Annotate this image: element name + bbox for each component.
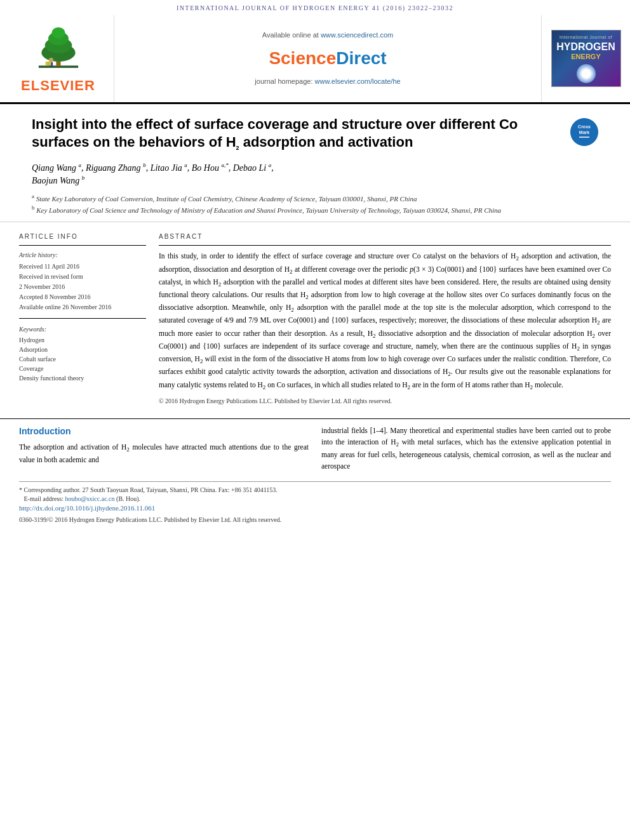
crossmark-icon: Cross Mark: [570, 118, 598, 146]
intro-left-col: Introduction The adsorption and activati…: [19, 425, 309, 472]
introduction-columns: Introduction The adsorption and activati…: [19, 425, 611, 472]
keywords-section: Keywords: Hydrogen Adsorption Cobalt sur…: [19, 325, 146, 383]
journal-homepage-link[interactable]: www.elsevier.com/locate/he: [315, 77, 401, 85]
email-line: E-mail address: houbo@sxicc.ac.cn (B. Ho…: [19, 495, 611, 503]
abstract-text: In this study, in order to identify the …: [159, 251, 611, 406]
author-qiang-wang: Qiang Wang a,: [32, 163, 83, 173]
article-history-label: Article history:: [19, 251, 146, 260]
article-header: Cross Mark Insight into the effect of su…: [0, 104, 630, 222]
journal-info-text: International Journal of Hydrogen Energy…: [177, 4, 453, 11]
svg-point-6: [48, 58, 53, 62]
introduction-section: Introduction The adsorption and activati…: [0, 418, 630, 531]
email-suffix: (B. Hou).: [116, 495, 140, 502]
abstract-section-header: ABSTRACT: [159, 232, 611, 241]
elsevier-branding: ELSEVIER: [0, 15, 114, 102]
doi-link[interactable]: http://dx.doi.org/10.1016/j.ijhydene.201…: [19, 504, 155, 512]
corresponding-author-note: * Corresponding author. 27 South Taoyuan…: [19, 486, 611, 495]
article-info-section-header: ARTICLE INFO: [19, 232, 146, 241]
journal-cover-area: International Journal of HYDROGEN ENERGY: [541, 15, 630, 102]
footnote-section: * Corresponding author. 27 South Taoyuan…: [19, 481, 611, 524]
keywords-label: Keywords:: [19, 325, 146, 334]
journal-header: ELSEVIER Available online at www.science…: [0, 15, 630, 104]
received-date: Received 11 April 2016: [19, 262, 146, 271]
keywords-divider: [19, 318, 146, 319]
keyword-hydrogen: Hydrogen: [19, 336, 146, 345]
author-baojun-wang: Baojun Wang b: [32, 176, 84, 185]
elsevier-tree-icon: [23, 22, 93, 72]
keyword-coverage: Coverage: [19, 364, 146, 373]
email-link[interactable]: houbo@sxicc.ac.cn: [65, 495, 114, 502]
intro-right-text: industrial fields [1–4]. Many theoretica…: [321, 425, 611, 472]
available-online-label: Available online at www.sciencedirect.co…: [262, 30, 393, 40]
sciencedirect-link[interactable]: www.sciencedirect.com: [321, 31, 393, 39]
journal-cover-intl: International Journal of: [560, 34, 612, 41]
intro-right-col: industrial fields [1–4]. Many theoretica…: [321, 425, 611, 472]
sciencedirect-header: Available online at www.sciencedirect.co…: [114, 15, 541, 102]
revised-form-label: Received in revised form: [19, 272, 146, 281]
abstract-column: ABSTRACT In this study, in order to iden…: [159, 232, 611, 406]
svg-text:Mark: Mark: [579, 130, 589, 135]
journal-cover-energy: ENERGY: [571, 52, 600, 62]
available-date: Available online 26 November 2016: [19, 303, 146, 312]
svg-text:Cross: Cross: [578, 124, 591, 129]
crossmark-badge[interactable]: Cross Mark: [570, 118, 598, 146]
article-title: Insight into the effect of surface cover…: [32, 116, 598, 153]
elsevier-wordmark: ELSEVIER: [21, 76, 95, 96]
elsevier-logo: ELSEVIER: [21, 22, 95, 96]
introduction-title: Introduction: [19, 425, 309, 438]
accepted-date: Accepted 8 November 2016: [19, 293, 146, 302]
copyright-line: © 2016 Hydrogen Energy Publications LLC.…: [159, 396, 611, 406]
keyword-dft: Density functional theory: [19, 374, 146, 383]
revised-date: 2 November 2016: [19, 283, 146, 291]
article-info-divider: [19, 245, 146, 246]
keyword-adsorption: Adsorption: [19, 345, 146, 354]
author-riguang-zhang: Riguang Zhang b,: [86, 163, 148, 173]
article-info-column: ARTICLE INFO Article history: Received 1…: [19, 232, 146, 406]
authors-line: Qiang Wang a, Riguang Zhang b, Litao Jia…: [32, 161, 598, 187]
affiliation-a: a State Key Laboratory of Coal Conversio…: [32, 192, 598, 204]
journal-homepage: journal homepage: www.elsevier.com/locat…: [255, 77, 400, 86]
affiliation-b: b Key Laboratory of Coal Science and Tec…: [32, 204, 598, 215]
author-litao-jia: Litao Jia a,: [151, 163, 190, 173]
keyword-cobalt: Cobalt surface: [19, 355, 146, 364]
sciencedirect-logo: ScienceDirect: [269, 46, 386, 70]
doi-line: http://dx.doi.org/10.1016/j.ijhydene.201…: [19, 503, 611, 513]
intro-left-text: The adsorption and activation of H2 mole…: [19, 442, 309, 466]
journal-cover-hydrogen: HYDROGEN: [556, 42, 615, 52]
issn-line: 0360-3199/© 2016 Hydrogen Energy Publica…: [19, 516, 611, 524]
author-bo-hou: Bo Hou a,*,: [192, 163, 231, 173]
main-content: ARTICLE INFO Article history: Received 1…: [0, 222, 630, 412]
email-label: E-mail address:: [19, 495, 64, 502]
corresponding-label: * Corresponding author. 27 South Taoyuan…: [19, 486, 278, 493]
abstract-divider: [159, 245, 611, 246]
journal-cover-image: International Journal of HYDROGEN ENERGY: [551, 30, 621, 87]
svg-point-5: [51, 27, 65, 39]
affiliations: a State Key Laboratory of Coal Conversio…: [32, 192, 598, 215]
author-debao-li: Debao Li a,: [233, 163, 274, 173]
journal-info-bar: International Journal of Hydrogen Energy…: [0, 0, 630, 15]
journal-cover-decor: [577, 64, 596, 83]
crossmark-svg: Cross Mark: [570, 118, 598, 146]
